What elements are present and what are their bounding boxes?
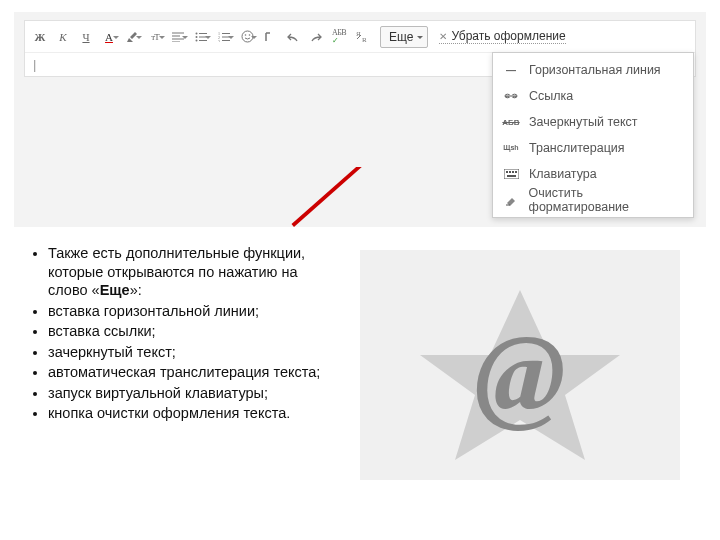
list-item: зачеркнутый текст; — [48, 343, 330, 362]
spellcheck-button[interactable]: АБВ✓ — [328, 26, 350, 48]
redo-button[interactable] — [305, 26, 327, 48]
list-item: кнопка очистки оформления текста. — [48, 404, 330, 423]
align-button[interactable] — [167, 26, 189, 48]
menu-item-label: Зачеркнутый текст — [529, 115, 638, 129]
strikethrough-icon: АБВ — [503, 114, 519, 130]
menu-clear-formatting[interactable]: Очистить форматирование — [493, 187, 693, 213]
translit-icon: Щsh — [503, 140, 519, 156]
bullet-content: Также есть дополнительные функции, котор… — [30, 244, 330, 425]
numbered-list-button[interactable]: 123 — [213, 26, 235, 48]
link-icon — [503, 88, 519, 104]
svg-rect-19 — [515, 171, 517, 173]
translit-button[interactable]: ЯR — [351, 26, 373, 48]
highlight-button[interactable] — [121, 26, 143, 48]
menu-strikethrough[interactable]: АБВ Зачеркнутый текст — [493, 109, 693, 135]
svg-text:@: @ — [474, 312, 566, 434]
svg-rect-18 — [512, 171, 514, 173]
clear-formatting-label: Убрать оформление — [451, 29, 565, 43]
menu-item-label: Очистить форматирование — [529, 186, 683, 214]
menu-horizontal-line[interactable]: — Горизонтальная линия — [493, 57, 693, 83]
menu-link[interactable]: Ссылка — [493, 83, 693, 109]
underline-button[interactable]: Ч — [75, 26, 97, 48]
list-item: запуск виртуальной клавиатуры; — [48, 384, 330, 403]
editor-screenshot: Ж К Ч А тТ 123 — [14, 12, 706, 227]
bullet-list-button[interactable] — [190, 26, 212, 48]
svg-point-6 — [242, 31, 253, 42]
keyboard-icon — [503, 166, 519, 182]
svg-point-0 — [196, 32, 198, 34]
list-item: вставка ссылки; — [48, 322, 330, 341]
svg-text:3: 3 — [218, 39, 220, 42]
svg-point-1 — [196, 36, 198, 38]
list-item: автоматическая транслитерация текста; — [48, 363, 330, 382]
pointer-arrow — [264, 167, 494, 227]
svg-rect-15 — [504, 169, 519, 179]
bold-keyword: Еще — [100, 282, 130, 298]
italic-button[interactable]: К — [52, 26, 74, 48]
menu-item-label: Транслитерация — [529, 141, 625, 155]
horizontal-line-icon: — — [503, 62, 519, 78]
menu-item-label: Горизонтальная линия — [529, 63, 661, 77]
eraser-icon — [503, 192, 519, 208]
svg-rect-20 — [507, 175, 516, 177]
list-item: Также есть дополнительные функции, котор… — [48, 244, 330, 300]
svg-point-2 — [196, 39, 198, 41]
at-sign-illustration: @ — [360, 250, 680, 480]
toolbar: Ж К Ч А тТ 123 — [25, 21, 695, 53]
menu-keyboard[interactable]: Клавиатура — [493, 161, 693, 187]
more-dropdown: — Горизонтальная линия Ссылка АБВ Зачерк… — [492, 52, 694, 218]
clear-formatting-link[interactable]: ✕ Убрать оформление — [439, 29, 565, 44]
svg-text:R: R — [362, 36, 367, 44]
font-size-button[interactable]: тТ — [144, 26, 166, 48]
font-color-button[interactable]: А — [98, 26, 120, 48]
emoji-button[interactable] — [236, 26, 258, 48]
more-button[interactable]: Еще — [380, 26, 428, 48]
svg-point-8 — [248, 34, 250, 36]
bullet-list: Также есть дополнительные функции, котор… — [30, 244, 330, 423]
undo-button[interactable] — [282, 26, 304, 48]
svg-line-21 — [293, 167, 454, 226]
quote-button[interactable] — [259, 26, 281, 48]
close-icon: ✕ — [439, 31, 447, 42]
svg-point-7 — [244, 34, 246, 36]
list-item: вставка горизонтальной линии; — [48, 302, 330, 321]
svg-rect-16 — [506, 171, 508, 173]
more-label: Еще — [389, 30, 413, 44]
bold-button[interactable]: Ж — [29, 26, 51, 48]
menu-translit[interactable]: Щsh Транслитерация — [493, 135, 693, 161]
svg-rect-17 — [509, 171, 511, 173]
menu-item-label: Клавиатура — [529, 167, 597, 181]
menu-item-label: Ссылка — [529, 89, 573, 103]
